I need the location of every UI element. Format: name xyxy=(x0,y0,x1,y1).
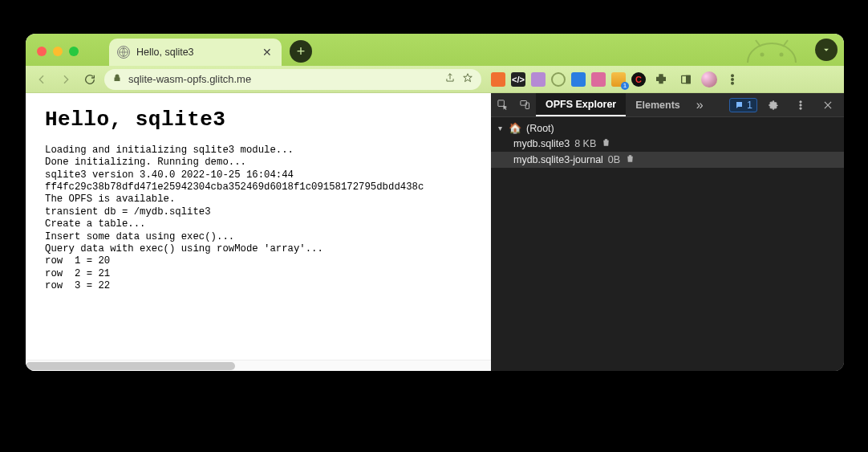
extension-icon[interactable] xyxy=(611,72,626,87)
forward-button[interactable] xyxy=(56,70,75,89)
tab-strip: Hello, sqlite3 ✕ + xyxy=(26,34,844,66)
extension-icon[interactable] xyxy=(571,72,586,87)
search-tabs-button[interactable] xyxy=(815,39,838,61)
file-size: 0B xyxy=(608,154,620,165)
gear-icon[interactable] xyxy=(762,94,785,116)
address-bar[interactable]: sqlite-wasm-opfs.glitch.me xyxy=(104,69,481,90)
svg-point-9 xyxy=(732,82,734,84)
extension-icon[interactable] xyxy=(591,72,606,87)
svg-point-15 xyxy=(800,107,801,108)
content-area: Hello, sqlite3 Loading and initializing … xyxy=(26,93,844,371)
share-icon[interactable] xyxy=(444,72,456,86)
kebab-menu-icon[interactable] xyxy=(789,94,812,116)
home-icon: 🏠 xyxy=(509,122,521,134)
bookmark-star-icon[interactable] xyxy=(462,72,473,86)
console-messages-badge[interactable]: 1 xyxy=(729,98,757,112)
devtools-tabbar: OPFS Explorer Elements » 1 xyxy=(491,93,844,117)
caret-down-icon: ▾ xyxy=(496,124,504,132)
android-mascot-decoration xyxy=(740,35,804,67)
console-log-output: Loading and initializing sqlite3 module.… xyxy=(45,145,478,292)
svg-point-13 xyxy=(800,100,801,102)
tree-file-row[interactable]: mydb.sqlite3 8 KB xyxy=(491,136,844,152)
page-heading: Hello, sqlite3 xyxy=(45,108,478,132)
window-controls xyxy=(26,47,79,66)
toolbar: sqlite-wasm-opfs.glitch.me </> C xyxy=(26,66,844,93)
svg-point-8 xyxy=(732,78,734,80)
scrollbar-thumb[interactable] xyxy=(26,362,235,370)
extension-icon[interactable] xyxy=(531,72,546,87)
inspect-element-icon[interactable] xyxy=(491,94,513,116)
close-icon[interactable] xyxy=(817,94,839,116)
svg-line-4 xyxy=(783,40,788,47)
extension-icon[interactable] xyxy=(551,72,566,87)
extensions-row: </> C xyxy=(491,70,742,89)
browser-window: Hello, sqlite3 ✕ + sqlite-wasm-opfs.glit… xyxy=(26,34,844,371)
file-size: 8 KB xyxy=(574,138,596,149)
opfs-tree: ▾ 🏠 (Root) mydb.sqlite3 8 KB mydb.sqlite… xyxy=(491,117,844,371)
reload-button[interactable] xyxy=(80,70,99,89)
kebab-menu-icon[interactable] xyxy=(723,70,742,89)
tree-root-row[interactable]: ▾ 🏠 (Root) xyxy=(491,120,844,136)
devtools-panel: OPFS Explorer Elements » 1 ▾ 🏠 ( xyxy=(491,93,844,371)
file-name: mydb.sqlite3-journal xyxy=(513,154,603,165)
devtools-tab-elements[interactable]: Elements xyxy=(626,93,690,116)
svg-rect-12 xyxy=(525,103,529,109)
svg-point-1 xyxy=(761,53,765,57)
globe-icon xyxy=(117,46,130,59)
trash-icon[interactable] xyxy=(625,153,635,166)
browser-tab[interactable]: Hello, sqlite3 ✕ xyxy=(109,39,282,66)
file-name: mydb.sqlite3 xyxy=(513,138,570,149)
side-panel-icon[interactable] xyxy=(676,70,696,89)
new-tab-button[interactable]: + xyxy=(290,40,312,63)
svg-point-14 xyxy=(800,104,801,105)
svg-rect-6 xyxy=(687,75,691,83)
web-page: Hello, sqlite3 Loading and initializing … xyxy=(26,93,491,371)
close-window-button[interactable] xyxy=(37,47,47,56)
more-tabs-chevron-icon[interactable]: » xyxy=(690,98,710,112)
extensions-menu-icon[interactable] xyxy=(651,70,671,89)
tab-close-button[interactable]: ✕ xyxy=(261,46,274,59)
extension-icon[interactable] xyxy=(491,72,505,87)
devtools-tab-opfs-explorer[interactable]: OPFS Explorer xyxy=(536,93,626,116)
tab-title: Hello, sqlite3 xyxy=(136,47,254,58)
tree-file-row[interactable]: mydb.sqlite3-journal 0B xyxy=(491,152,844,168)
fullscreen-window-button[interactable] xyxy=(69,47,79,56)
url-text: sqlite-wasm-opfs.glitch.me xyxy=(128,73,438,85)
trash-icon[interactable] xyxy=(601,137,611,150)
svg-point-2 xyxy=(780,53,784,57)
back-button[interactable] xyxy=(32,70,51,89)
lock-icon xyxy=(112,73,122,85)
extension-icon[interactable]: </> xyxy=(511,72,525,87)
messages-count: 1 xyxy=(747,100,752,111)
extension-icon[interactable]: C xyxy=(631,72,646,87)
svg-line-3 xyxy=(756,40,761,47)
svg-point-7 xyxy=(732,75,734,77)
horizontal-scrollbar[interactable] xyxy=(26,360,491,371)
tree-root-label: (Root) xyxy=(526,123,554,134)
device-toolbar-icon[interactable] xyxy=(513,94,536,116)
minimize-window-button[interactable] xyxy=(53,47,63,56)
profile-avatar[interactable] xyxy=(701,71,717,88)
